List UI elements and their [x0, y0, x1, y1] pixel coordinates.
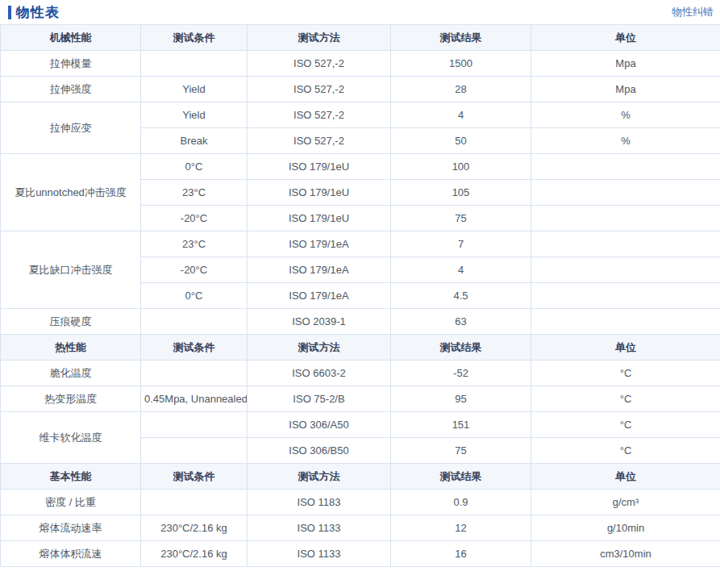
condition-cell: 0.45Mpa, Unannealed [141, 386, 248, 412]
unit-cell: g/cm³ [531, 490, 720, 515]
condition-cell: 23°C [141, 231, 248, 257]
unit-cell: % [531, 128, 720, 154]
result-cell: 12 [391, 515, 531, 541]
table-row: 脆化温度 ISO 6603-2 -52 °C [1, 361, 720, 386]
column-header-unit: 单位 [531, 464, 720, 490]
unit-cell [531, 231, 720, 257]
column-header-method: 测试方法 [248, 25, 391, 51]
method-cell: ISO 179/1eU [248, 180, 391, 206]
result-cell: 4 [391, 102, 531, 128]
table-row: 维卡软化温度 ISO 306/A50 151 °C [1, 412, 720, 438]
method-cell: ISO 1183 [248, 490, 391, 515]
condition-cell: 0°C [141, 283, 248, 309]
property-cell: 密度 / 比重 [1, 490, 141, 515]
property-cell: 夏比缺口冲击强度 [1, 231, 141, 309]
method-cell: ISO 75-2/B [248, 386, 391, 412]
properties-table: 机械性能 测试条件 测试方法 测试结果 单位 拉伸模量 ISO 527,-2 1… [0, 24, 720, 567]
section-header-row: 热性能 测试条件 测试方法 测试结果 单位 [1, 335, 720, 361]
unit-cell: °C [531, 412, 720, 438]
result-cell: 63 [391, 309, 531, 335]
method-cell: ISO 527,-2 [248, 77, 391, 102]
title-accent-bar [8, 6, 11, 19]
column-header-condition: 测试条件 [141, 25, 248, 51]
column-header-method: 测试方法 [248, 335, 391, 361]
section-header-row: 机械性能 测试条件 测试方法 测试结果 单位 [1, 25, 720, 51]
condition-cell: 0°C [141, 154, 248, 180]
method-cell: ISO 179/1eA [248, 283, 391, 309]
result-cell: 0.9 [391, 490, 531, 515]
column-header-condition: 测试条件 [141, 464, 248, 490]
column-header-result: 测试结果 [391, 25, 531, 51]
table-row: 夏比unnotched冲击强度 0°C ISO 179/1eU 100 [1, 154, 720, 180]
method-cell: ISO 527,-2 [248, 128, 391, 154]
property-cell: 熔体体积流速 [1, 541, 141, 567]
unit-cell [531, 309, 720, 335]
unit-cell: Mpa [531, 51, 720, 77]
result-cell: 105 [391, 180, 531, 206]
table-row: 熔体体积流速 230°C/2.16 kg ISO 1133 16 cm3/10m… [1, 541, 720, 567]
condition-cell [141, 438, 248, 464]
page-title: 物性表 [16, 3, 60, 22]
method-cell: ISO 179/1eU [248, 206, 391, 231]
method-cell: ISO 179/1eU [248, 154, 391, 180]
condition-cell: -20°C [141, 206, 248, 231]
unit-cell [531, 180, 720, 206]
method-cell: ISO 2039-1 [248, 309, 391, 335]
result-cell: 7 [391, 231, 531, 257]
property-cell: 拉伸应变 [1, 102, 141, 154]
property-cell: 拉伸强度 [1, 77, 141, 102]
condition-cell [141, 361, 248, 386]
result-cell: 4.5 [391, 283, 531, 309]
unit-cell: °C [531, 361, 720, 386]
method-cell: ISO 1133 [248, 515, 391, 541]
column-header-category: 热性能 [1, 335, 141, 361]
unit-cell [531, 283, 720, 309]
condition-cell: 23°C [141, 180, 248, 206]
condition-cell [141, 412, 248, 438]
column-header-unit: 单位 [531, 25, 720, 51]
column-header-result: 测试结果 [391, 464, 531, 490]
result-cell: 75 [391, 206, 531, 231]
condition-cell [141, 490, 248, 515]
method-cell: ISO 6603-2 [248, 361, 391, 386]
column-header-category: 基本性能 [1, 464, 141, 490]
condition-cell: -20°C [141, 257, 248, 283]
condition-cell: 230°C/2.16 kg [141, 541, 248, 567]
property-cell: 压痕硬度 [1, 309, 141, 335]
table-row: 密度 / 比重 ISO 1183 0.9 g/cm³ [1, 490, 720, 515]
table-row: 拉伸应变 Yield ISO 527,-2 4 % [1, 102, 720, 128]
column-header-condition: 测试条件 [141, 335, 248, 361]
condition-cell [141, 51, 248, 77]
property-cell: 夏比unnotched冲击强度 [1, 154, 141, 231]
method-cell: ISO 1133 [248, 541, 391, 567]
method-cell: ISO 306/A50 [248, 412, 391, 438]
unit-cell [531, 257, 720, 283]
condition-cell [141, 309, 248, 335]
property-cell: 熔体流动速率 [1, 515, 141, 541]
condition-cell: 230°C/2.16 kg [141, 515, 248, 541]
unit-cell: g/10min [531, 515, 720, 541]
result-cell: 151 [391, 412, 531, 438]
result-cell: 75 [391, 438, 531, 464]
result-cell: 1500 [391, 51, 531, 77]
property-correction-link[interactable]: 物性纠错 [672, 5, 714, 19]
unit-cell: % [531, 102, 720, 128]
property-cell: 脆化温度 [1, 361, 141, 386]
result-cell: 4 [391, 257, 531, 283]
condition-cell: Yield [141, 77, 248, 102]
unit-cell [531, 154, 720, 180]
column-header-unit: 单位 [531, 335, 720, 361]
table-row: 熔体流动速率 230°C/2.16 kg ISO 1133 12 g/10min [1, 515, 720, 541]
result-cell: 100 [391, 154, 531, 180]
table-row: 压痕硬度 ISO 2039-1 63 [1, 309, 720, 335]
method-cell: ISO 527,-2 [248, 102, 391, 128]
table-row: 拉伸强度 Yield ISO 527,-2 28 Mpa [1, 77, 720, 102]
method-cell: ISO 179/1eA [248, 257, 391, 283]
column-header-category: 机械性能 [1, 25, 141, 51]
method-cell: ISO 179/1eA [248, 231, 391, 257]
table-row: 夏比缺口冲击强度 23°C ISO 179/1eA 7 [1, 231, 720, 257]
result-cell: 95 [391, 386, 531, 412]
property-cell: 拉伸模量 [1, 51, 141, 77]
property-cell: 维卡软化温度 [1, 412, 141, 464]
unit-cell: °C [531, 386, 720, 412]
